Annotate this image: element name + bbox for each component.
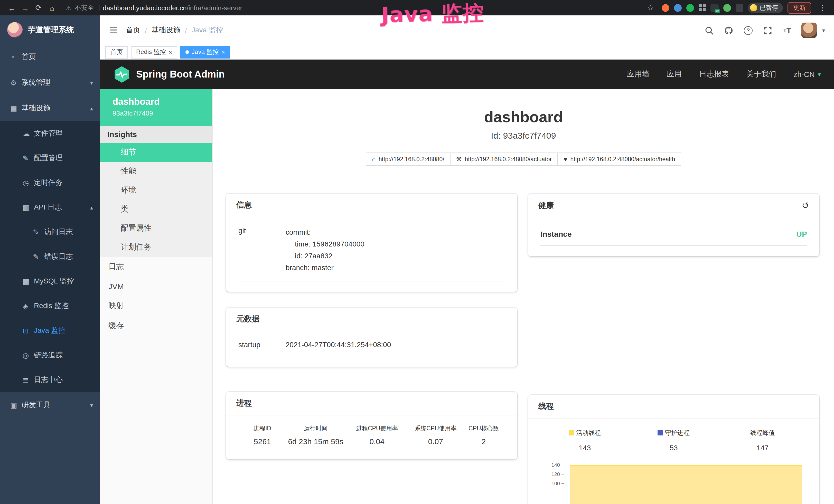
extension-green-icon[interactable] (686, 4, 694, 12)
on-badge: on (714, 9, 720, 13)
sidebar-item-log-center[interactable]: ≣ 日志中心 (0, 368, 100, 392)
service-url-link[interactable]: ⌂ http://192.168.0.2:48080/ (366, 153, 451, 166)
instance-header[interactable]: dashboard 93a3fc7f7409 (100, 89, 212, 126)
site-security-chip[interactable]: ⚠ 不安全 | (66, 3, 103, 12)
avatar-caret-icon: ▾ (822, 27, 825, 33)
browser-home-icon[interactable]: ⌂ (45, 3, 59, 12)
sba-nav-applications[interactable]: 应用 (667, 69, 682, 79)
instance-nav-details[interactable]: 细节 (100, 143, 212, 162)
link-label: http://192.168.0.2:48080/ (379, 156, 444, 162)
process-card: 进程 进程ID5261 运行时间6d 23h 15m 59s 进程CPU使用率0… (226, 392, 517, 459)
sidebar-item-mysql-monitor[interactable]: ▦ MySQL 监控 (0, 269, 100, 294)
instance-nav-mappings[interactable]: 映射 (100, 296, 212, 316)
gear-icon: ⚙ (10, 78, 22, 87)
fullscreen-icon[interactable] (763, 25, 773, 36)
tab-java-monitor[interactable]: Java 监控 × (180, 46, 230, 58)
sidebar-item-label: 文件管理 (34, 129, 63, 138)
url-host[interactable]: dashboard.yudao.iocoder.cn (103, 4, 187, 12)
instance-nav-loggers[interactable]: 日志 (100, 257, 212, 277)
legend-value: 147 (718, 444, 807, 452)
sba-locale-select[interactable]: zh-CN ▾ (794, 70, 821, 78)
sba-nav-about[interactable]: 关于我们 (746, 69, 776, 79)
breadcrumb-separator: / (185, 26, 187, 35)
metadata-card: 元数据 startup 2021-04-27T00:44:31.254+08:0… (226, 307, 517, 367)
sidebar-item-access-logs[interactable]: ✎ 访问日志 (0, 220, 100, 245)
warning-icon: ⚠ (66, 4, 71, 12)
instance-nav-environment[interactable]: 环境 (100, 181, 212, 200)
extension-grid-icon[interactable] (699, 4, 706, 11)
access-log-icon: ✎ (33, 228, 44, 236)
process-col-header: 进程CPU使用率 (345, 425, 409, 432)
screen: ← → ⟳ ⌂ ⚠ 不安全 | dashboard.yudao.iocoder.… (0, 0, 834, 504)
sidebar-item-home[interactable]: ◔ 首页 (0, 44, 100, 70)
sidebar-item-label: 基础设施 (22, 104, 50, 113)
sidebar-item-redis-monitor[interactable]: ◈ Redis 监控 (0, 294, 100, 318)
page-subtitle: Id: 93a3fc7f7409 (213, 131, 834, 141)
legend-label: 活动线程 (576, 429, 601, 436)
sidebar-item-java-monitor[interactable]: ⊡ Java 监控 (0, 318, 100, 343)
sba-brand-title[interactable]: Spring Boot Admin (136, 69, 225, 80)
forward-icon[interactable]: → (19, 3, 32, 12)
sidebar-item-scheduled-tasks[interactable]: ◷ 定时任务 (0, 170, 100, 195)
health-url-link[interactable]: ♥ http://192.168.0.2:48080/actuator/heal… (557, 153, 681, 166)
extension-leaf-icon[interactable] (723, 4, 731, 12)
heart-icon: ♥ (564, 156, 567, 163)
help-icon[interactable]: ? (743, 25, 753, 36)
sidebar-item-label: 日志中心 (34, 375, 63, 385)
sba-nav-wallboard[interactable]: 应用墙 (627, 69, 649, 79)
sidebar-item-config-management[interactable]: ✎ 配置管理 (0, 146, 100, 170)
reload-icon[interactable]: ⟳ (32, 3, 45, 12)
close-icon[interactable]: × (221, 48, 225, 56)
sba-nav-journal[interactable]: 日志报表 (699, 69, 729, 79)
mysql-icon: ▦ (23, 277, 34, 285)
sidebar-item-error-logs[interactable]: ✎ 错误日志 (0, 245, 100, 269)
tags-view-bar: 首页 Redis 监控 × Java 监控 × (100, 45, 834, 60)
process-uptime: 6d 23h 15m 59s (286, 437, 345, 446)
chevron-down-icon: ▾ (90, 79, 93, 86)
instance-nav-caches[interactable]: 缓存 (100, 316, 212, 336)
tab-redis-monitor[interactable]: Redis 监控 × (131, 46, 177, 58)
paused-badge[interactable]: 已暂停 (748, 2, 783, 13)
breadcrumb-home[interactable]: 首页 (126, 26, 140, 35)
extension-puzzle-icon[interactable] (736, 4, 743, 12)
sidebar-item-dev-tools[interactable]: ▣ 研发工具 ▾ (0, 392, 100, 418)
timer-icon: ◷ (23, 179, 34, 187)
actuator-url-link[interactable]: ⚒ http://192.168.0.2:48080/actuator (450, 153, 558, 166)
sidebar-item-file-management[interactable]: ☁ 文件管理 (0, 121, 100, 146)
font-size-icon[interactable]: TT (782, 25, 792, 36)
sidebar-item-api-logs[interactable]: ▥ API 日志 ▴ (0, 195, 100, 220)
history-icon[interactable]: ↺ (802, 200, 809, 211)
extension-fox-icon[interactable] (662, 4, 670, 12)
sidebar-item-label: 定时任务 (34, 178, 63, 187)
close-icon[interactable]: × (169, 48, 172, 56)
status-badge: UP (796, 230, 807, 238)
sidebar-item-system-management[interactable]: ⚙ 系统管理 ▾ (0, 70, 100, 95)
search-icon[interactable] (704, 25, 714, 36)
sidebar-item-infrastructure[interactable]: ▤ 基础设施 ▴ (0, 95, 100, 121)
instance-nav-scheduled-tasks[interactable]: 计划任务 (100, 238, 212, 257)
hamburger-icon[interactable]: ☰ (109, 25, 118, 36)
chrome-update-button[interactable]: 更新 (788, 2, 811, 14)
instance-nav-classes[interactable]: 类 (100, 200, 212, 219)
instance-nav-jvm[interactable]: JVM (100, 277, 212, 296)
back-icon[interactable]: ← (5, 3, 19, 12)
user-avatar[interactable] (802, 23, 817, 38)
info-git-row: git commit: time: 1596289704000 id: 27aa… (238, 224, 505, 281)
github-icon[interactable] (724, 25, 734, 36)
instance-nav-config-props[interactable]: 配置属性 (100, 219, 212, 238)
extension-drop-icon[interactable] (674, 4, 682, 12)
sidebar-item-trace[interactable]: ◎ 链路追踪 (0, 343, 100, 368)
breadcrumb-infrastructure[interactable]: 基础设施 (152, 26, 180, 35)
legend-value: 143 (541, 444, 629, 452)
infrastructure-icon: ▤ (10, 104, 22, 112)
instance-nav-metrics[interactable]: 性能 (100, 162, 212, 181)
extension-on-icon[interactable]: on (710, 4, 719, 12)
tab-home[interactable]: 首页 (105, 46, 128, 58)
browser-menu-icon[interactable]: ⋮ (816, 3, 829, 12)
url-path[interactable]: /infra/admin-server (187, 4, 242, 12)
instance-links: ⌂ http://192.168.0.2:48080/ ⚒ http://192… (213, 153, 834, 166)
link-label: http://192.168.0.2:48080/actuator/health (570, 156, 675, 162)
bookmark-star-icon[interactable]: ☆ (644, 3, 657, 12)
app-logo[interactable]: 芋道管理系统 (0, 16, 100, 44)
smiley-icon (750, 4, 757, 11)
